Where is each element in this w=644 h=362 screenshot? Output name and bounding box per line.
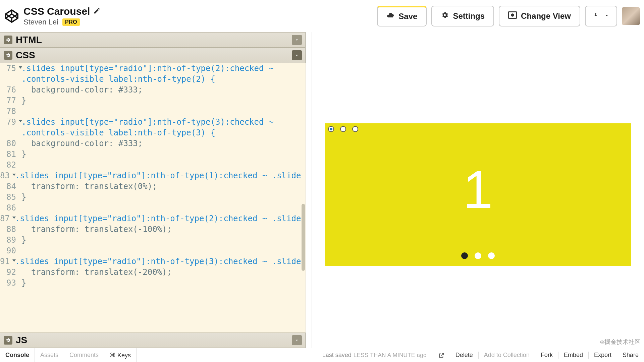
pro-badge: PRO [62,18,80,26]
radio-3[interactable] [352,126,358,132]
css-editor[interactable]: 75.slides input[type="radio"]:nth-of-typ… [0,63,306,333]
layout-icon [508,11,517,21]
dot-controls [461,252,495,259]
footer-share-icon[interactable] [433,352,450,359]
preview-pane: 1 ⊙掘金技术社区 [312,32,644,348]
pen-title[interactable]: CSS Carousel [23,6,90,17]
footer-bar: Console Assets Comments ⌘ Keys Last save… [0,348,644,362]
html-panel-header[interactable]: HTML [0,32,306,48]
column-resize-handle[interactable] [306,32,312,348]
footer-embed[interactable]: Embed [558,352,588,359]
dot-3[interactable] [488,252,495,259]
carousel-preview: 1 [325,123,631,266]
watermark-text: ⊙掘金技术社区 [600,338,641,346]
radio-1[interactable] [328,126,334,132]
edit-title-icon[interactable] [93,7,101,16]
settings-label: Settings [453,11,485,21]
editor-column: HTML CSS 75.slides input[type="radio"]:n… [0,32,306,348]
radio-controls [328,126,358,132]
footer-add-collection[interactable]: Add to Collection [478,352,535,359]
html-collapse-icon[interactable] [292,35,302,45]
pin-icon [592,11,599,21]
save-button[interactable]: Save [377,6,427,26]
js-panel-title: JS [16,335,27,346]
css-settings-icon[interactable] [4,51,12,60]
dot-2[interactable] [475,252,481,259]
footer-share[interactable]: Share [617,352,644,359]
title-block: CSS Carousel Steven Lei PRO [23,6,101,26]
codepen-logo-icon[interactable] [4,8,19,24]
dot-1[interactable] [461,252,468,259]
app-header: CSS Carousel Steven Lei PRO Save Setting… [0,0,644,32]
js-settings-icon[interactable] [4,336,12,345]
settings-button[interactable]: Settings [431,6,494,26]
pin-dropdown[interactable] [585,6,617,26]
js-panel-header[interactable]: JS [0,333,306,348]
chevron-down-icon [604,12,610,20]
footer-console[interactable]: Console [0,348,35,362]
change-view-label: Change View [521,11,571,21]
editor-scrollbar[interactable] [302,204,305,271]
user-avatar[interactable] [622,7,640,25]
css-panel-title: CSS [16,50,35,61]
pen-author[interactable]: Steven Lei [23,18,58,26]
radio-2[interactable] [340,126,346,132]
footer-comments[interactable]: Comments [64,348,104,362]
svg-point-1 [512,14,514,16]
html-settings-icon[interactable] [4,36,12,44]
slide-number: 1 [463,159,493,221]
save-label: Save [398,12,417,21]
workspace: HTML CSS 75.slides input[type="radio"]:n… [0,32,644,348]
footer-fork[interactable]: Fork [535,352,558,359]
css-panel-header[interactable]: CSS [0,48,306,63]
footer-export[interactable]: Export [588,352,617,359]
gear-icon [441,11,449,21]
cloud-icon [386,11,394,21]
save-status: Last saved LESS THAN A MINUTE ago [316,352,433,359]
header-right: Save Settings Change View [377,6,640,26]
footer-keys[interactable]: ⌘ Keys [104,348,137,362]
footer-assets[interactable]: Assets [35,348,64,362]
css-panel: CSS 75.slides input[type="radio"]:nth-of… [0,48,306,333]
html-panel-title: HTML [16,35,42,45]
footer-delete[interactable]: Delete [450,352,478,359]
js-collapse-icon[interactable] [292,335,302,345]
header-left: CSS Carousel Steven Lei PRO [4,6,101,26]
change-view-button[interactable]: Change View [499,6,580,26]
css-collapse-icon[interactable] [292,50,302,60]
